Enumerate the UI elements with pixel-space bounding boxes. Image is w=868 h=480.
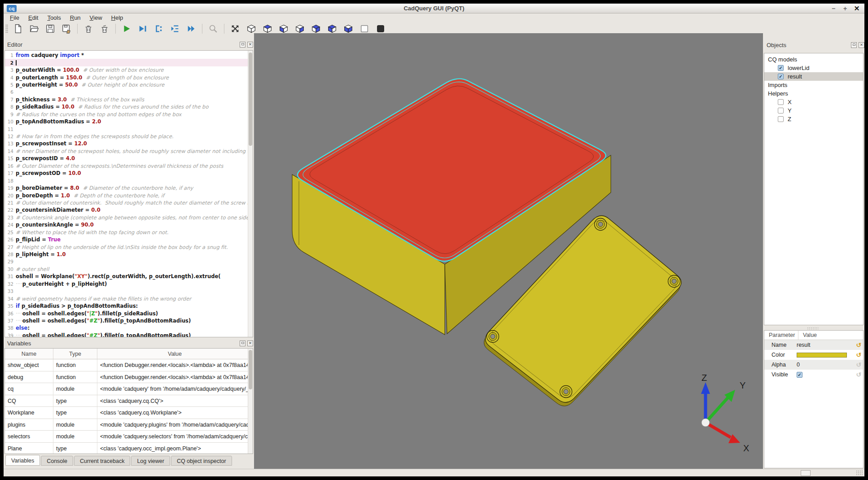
table-row[interactable]: Planetype<class 'cadquery.occ_impl.geom.…: [5, 443, 253, 454]
code-line: 26p_flipLid = True: [5, 236, 253, 243]
zoom-button[interactable]: [207, 23, 219, 35]
step-in-button[interactable]: [169, 23, 181, 35]
code-editor[interactable]: 1from cadquery import *23p_outerWidth = …: [4, 50, 253, 337]
parameter-row-visible[interactable]: Visible✓↺: [764, 370, 863, 380]
variable-name: selectors: [5, 431, 53, 442]
visibility-checkbox[interactable]: [778, 108, 784, 113]
visibility-checkbox[interactable]: [778, 116, 784, 122]
toolbar-separator: [202, 24, 202, 34]
close-panel-icon[interactable]: ✕: [247, 340, 253, 346]
column-header-type[interactable]: Type: [53, 349, 97, 359]
code-line: 39····oshell = oshell.edges("#Z").fillet…: [5, 332, 253, 337]
maximize-button[interactable]: +: [841, 4, 849, 13]
tree-item-x[interactable]: X: [764, 98, 863, 106]
code-line: 11: [5, 125, 253, 132]
tree-group-cq-models[interactable]: CQ models: [764, 55, 863, 64]
variable-name: debug: [5, 371, 53, 383]
code-line: 14# nner Diameter of the screwpost holes…: [5, 148, 253, 155]
continue-button[interactable]: [185, 23, 197, 35]
render-button[interactable]: [121, 23, 132, 35]
float-panel-icon[interactable]: [240, 340, 245, 346]
editor-scrollbar[interactable]: [248, 51, 253, 337]
table-row[interactable]: selectorsmodule<module 'cadquery.selecto…: [5, 431, 253, 443]
tree-item-lowerlid[interactable]: ✓lowerLid: [764, 64, 863, 72]
tree-group-helpers[interactable]: Helpers: [764, 89, 863, 98]
visibility-checkbox[interactable]: [778, 99, 784, 105]
code-line: 35if p_sideRadius > p_topAndBottomRadius…: [5, 302, 253, 310]
variable-value: <module 'cadquery.selectors' from '/home…: [97, 431, 253, 442]
resize-grip-icon[interactable]: [856, 470, 863, 476]
table-row[interactable]: cqmodule<module 'cadquery' from '/home/a…: [5, 383, 253, 395]
variable-value: <module 'cadquery.plugins' from '/home/a…: [97, 419, 253, 431]
open-file-button[interactable]: [28, 23, 40, 35]
toolbar-handle[interactable]: [5, 24, 8, 33]
variable-value: <function Debugger.render.<locals>.<lamb…: [97, 359, 253, 371]
float-panel-icon[interactable]: [851, 42, 857, 48]
visibility-checkbox[interactable]: ✓: [778, 65, 784, 71]
step-button[interactable]: [153, 23, 165, 35]
tree-group-imports[interactable]: Imports: [764, 81, 863, 89]
save-button[interactable]: [44, 23, 56, 35]
table-row[interactable]: show_objectfunction<function Debugger.re…: [5, 359, 253, 371]
close-panel-icon[interactable]: ✕: [859, 42, 864, 48]
screw-hole: [668, 275, 680, 288]
variables-table: NameTypeValue show_objectfunction<functi…: [4, 348, 253, 454]
undo-icon[interactable]: ↺: [854, 341, 863, 349]
tab-current-traceback[interactable]: Current traceback: [74, 456, 130, 466]
menu-file[interactable]: File: [5, 14, 24, 21]
fit-all-button[interactable]: [229, 23, 241, 35]
tab-console[interactable]: Console: [41, 456, 73, 466]
viewport-3d[interactable]: Z Y X: [254, 33, 763, 469]
menu-edit[interactable]: Edit: [24, 14, 43, 21]
code-line: 27# Height of lip on the underside of th…: [5, 243, 253, 250]
tab-cq-object-inspector[interactable]: CQ object inspector: [171, 456, 232, 466]
code-line: 33: [5, 288, 253, 295]
parameter-row-name[interactable]: Nameresult↺: [764, 340, 863, 350]
editor-panel-title: Editor: [7, 41, 22, 48]
splitter-grip[interactable]: [807, 327, 819, 330]
close-panel-icon[interactable]: ✕: [247, 42, 253, 48]
undo-icon[interactable]: ↺: [854, 361, 863, 368]
parameter-value[interactable]: 0: [797, 362, 854, 368]
save-as-button[interactable]: [61, 23, 72, 35]
parameter-row-color[interactable]: Color↺: [764, 350, 863, 360]
tree-item-result[interactable]: ✓result: [764, 72, 863, 81]
x-axis-label: X: [743, 443, 749, 453]
undo-icon[interactable]: ↺: [854, 371, 863, 378]
tab-variables[interactable]: Variables: [5, 455, 40, 466]
tab-log-viewer[interactable]: Log viewer: [131, 456, 170, 466]
table-row[interactable]: pluginsmodule<module 'cadquery.plugins' …: [5, 419, 253, 431]
menu-help[interactable]: Help: [107, 14, 128, 21]
undo-icon[interactable]: ↺: [854, 351, 863, 358]
variable-value: <class 'cadquery.cq.CQ'>: [97, 395, 253, 407]
menu-tools[interactable]: Tools: [43, 14, 65, 21]
column-header-name[interactable]: Name: [5, 349, 53, 359]
menu-view[interactable]: View: [85, 14, 107, 21]
table-row[interactable]: Workplanetype<class 'cadquery.cq.Workpla…: [5, 407, 253, 419]
code-line: 13p_screwpostInset = 12.0: [5, 140, 253, 147]
table-row[interactable]: debugfunction<function Debugger.render.<…: [5, 371, 253, 384]
tree-item-y[interactable]: Y: [764, 106, 863, 115]
visibility-checkbox[interactable]: ✓: [778, 74, 784, 79]
parameter-value[interactable]: ✓: [797, 372, 854, 378]
new-file-button[interactable]: [12, 23, 24, 35]
float-panel-icon[interactable]: [240, 42, 245, 48]
parameter-value[interactable]: [797, 353, 854, 358]
parameter-value[interactable]: result: [797, 342, 854, 348]
color-swatch[interactable]: [797, 353, 847, 358]
delete-all-button[interactable]: [99, 23, 110, 35]
tree-item-z[interactable]: Z: [764, 115, 863, 123]
close-button[interactable]: ✕: [853, 4, 861, 13]
parameter-row-alpha[interactable]: Alpha0↺: [764, 360, 863, 370]
code-line: 34# weird geometry happens if we make th…: [5, 295, 253, 302]
delete-button[interactable]: [83, 23, 94, 35]
column-header-value[interactable]: Value: [97, 349, 253, 359]
debug-button[interactable]: [137, 23, 149, 35]
screw-hole: [487, 331, 499, 343]
minimize-button[interactable]: −: [829, 4, 837, 13]
table-row[interactable]: CQtype<class 'cadquery.cq.CQ'>: [5, 395, 253, 407]
menu-run[interactable]: Run: [66, 14, 85, 21]
code-line: 16# Outer Diameter of the screwposts.\nD…: [5, 162, 253, 170]
visible-checkbox[interactable]: ✓: [797, 372, 802, 378]
variables-scrollbar[interactable]: [248, 349, 253, 454]
